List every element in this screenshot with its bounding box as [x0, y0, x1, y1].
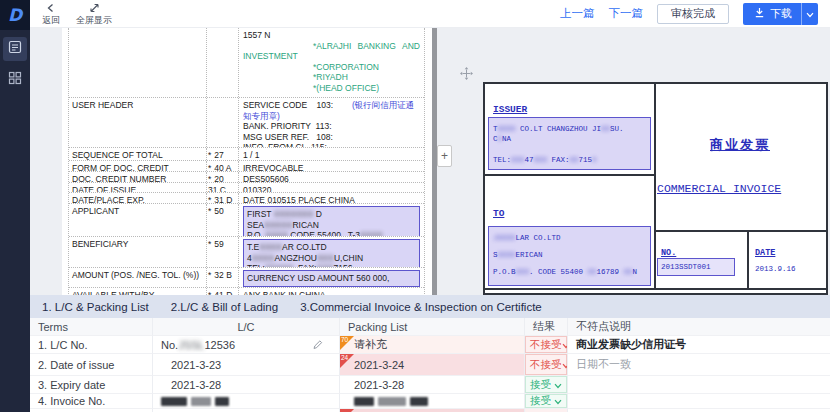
compare-result-cell: 接受: [525, 394, 568, 409]
result-label: 接受: [530, 394, 551, 408]
redacted-text: XXXX: [498, 125, 516, 133]
swift-line: *(HEAD OFFICE): [243, 83, 420, 94]
swift-line: IRREVOCABLE: [243, 163, 420, 172]
text-segment: ANGZHOU: [274, 253, 317, 263]
fullscreen-button[interactable]: 全屏显示: [76, 3, 112, 25]
invoice-grid-line: [485, 174, 654, 176]
app-logo[interactable]: D: [0, 0, 30, 30]
swift-field-code: *50: [206, 204, 239, 236]
sidebar-item-documents[interactable]: [3, 37, 27, 61]
compare-result-cell: 不接受: [525, 354, 568, 376]
swift-line: 010320: [243, 185, 420, 193]
next-article-link[interactable]: 下一篇: [609, 6, 644, 21]
result-select[interactable]: 不接受: [530, 358, 568, 372]
text-segment: 2021-3-24: [354, 359, 404, 371]
redacted-block: [354, 397, 374, 406]
redacted-text: JXXXX: [493, 234, 516, 242]
text-segment: D: [313, 209, 322, 219]
swift-field-label: FORM OF DOC. CREDIT: [69, 161, 206, 171]
swift-mandatory-mark: *: [208, 270, 211, 285]
highlight-annotation[interactable]: CURRENCY USD AMOUNT 560 000,: [243, 270, 420, 287]
swift-line: FIRST XXXXXXX D: [247, 209, 416, 220]
swift-line: *CORPORATION: [243, 62, 420, 73]
text-segment: 2021-3-28: [171, 379, 221, 391]
swift-tag-code: 31 C: [208, 185, 226, 190]
redacted-text: XX: [570, 156, 579, 164]
expand-plus-button[interactable]: +: [437, 145, 452, 167]
download-icon: [754, 7, 765, 20]
fullscreen-icon: [89, 3, 100, 15]
text-segment: *RIYADH: [313, 72, 348, 82]
swift-table: 1557 N*ALRAJHIBANKINGANDINVESTMENT*CORPO…: [68, 28, 425, 295]
invoice-no-text: 2013SSDT001: [661, 263, 711, 271]
text-segment: S: [493, 251, 498, 259]
swift-line: INVESTMENT: [243, 51, 420, 62]
review-complete-button[interactable]: 审核完成: [657, 4, 729, 24]
compare-term-cell: 1. L/C No.: [30, 336, 153, 354]
text-segment: AND: [402, 41, 420, 52]
prev-article-link[interactable]: 上一篇: [560, 6, 595, 21]
table-row: 1. L/C No.No. JSSL1253670请补充不接受商业发票缺少信用证…: [30, 336, 830, 354]
swift-field-code: *41 D: [206, 288, 239, 295]
text-segment: FIRST: [247, 209, 274, 219]
move-handle-icon[interactable]: [460, 66, 473, 84]
redacted-text: XXXX: [252, 253, 275, 263]
compare-result-cell: 接受: [525, 376, 568, 394]
highlight-annotation[interactable]: FIRST XXXXXXX DSEAXXXXXRICANP.O. XXXX CO…: [243, 206, 420, 237]
swift-line: MSG USER REF. 108:: [243, 132, 420, 143]
highlight-annotation[interactable]: T.EXXXXAR CO.LTD4XXXXANGZHOUXXXU,CHINTEL…: [243, 239, 420, 268]
text-segment: P.O.B: [493, 268, 516, 276]
redacted-text: XXX: [317, 253, 334, 263]
sidebar-item-apps[interactable]: [3, 68, 27, 92]
to-highlight-box[interactable]: JXXXXLAR CO.LTDSXXXXERICANP.O.BXXX. CODE…: [488, 226, 651, 286]
text-segment: 1557 N: [243, 30, 270, 40]
tab-commercial-invoice-inspection[interactable]: 3.Commercial Invoice & Inspection on Cer…: [300, 301, 542, 313]
swift-field-label: DOC. CREDIT NUMBER: [69, 172, 206, 182]
redacted-text: XXXX: [259, 242, 282, 252]
swift-tag-code: 40 A: [214, 163, 231, 169]
grid-icon: [8, 71, 22, 89]
swift-row: SEQUENCE OF TOTAL*271 / 1: [69, 148, 424, 161]
edit-pencil-icon[interactable]: [312, 339, 323, 350]
swift-row: AVAILABLE WITH/BY*41 DANY BANK IN CHINA: [69, 288, 424, 295]
result-select[interactable]: 接受: [530, 394, 562, 408]
swift-mandatory-mark: *: [208, 239, 211, 265]
swift-field-value: ANY BANK IN CHINA: [239, 288, 424, 295]
swift-line: T.EXXXXAR CO.LTD: [247, 242, 416, 253]
tab-lc-bill-of-lading[interactable]: 2.L/C & Bill of Lading: [171, 301, 278, 313]
invoice-no-value[interactable]: 2013SSDT001: [657, 258, 735, 276]
logo-letter: D: [8, 5, 22, 25]
text-segment: 47: [525, 156, 534, 164]
swift-line: *RIYADH: [243, 72, 420, 83]
discrepancy-note-cell: [568, 394, 830, 409]
redacted-text: XX: [588, 268, 597, 276]
result-label: 不接受: [530, 358, 562, 372]
swift-line: CURRENCY USD AMOUNT 560 000,: [247, 273, 416, 284]
invoice-line: TXXXX CO.LT CHANGZHOU JIXXSU. CXNA: [493, 124, 646, 144]
tab-bar: 1. L/C & Packing List 2.L/C & Bill of La…: [30, 295, 830, 318]
compare-panel: 1. L/C & Packing List 2.L/C & Bill of La…: [30, 295, 830, 412]
text-segment: SEA: [247, 220, 264, 230]
back-button[interactable]: 返回: [42, 3, 60, 25]
compare-packing-cell: 242021-3-24: [340, 354, 525, 376]
download-button[interactable]: 下载: [743, 3, 801, 25]
text-segment: 1 / 1: [243, 150, 260, 160]
text-segment: INVESTMENT: [243, 51, 298, 61]
compare-lc-cell: 2021-3-23: [153, 354, 340, 376]
download-dropdown[interactable]: [801, 3, 818, 25]
compare-term-cell: 4. Invoice No.: [30, 394, 153, 409]
swift-tag-code: 31 D: [214, 195, 232, 201]
issuer-highlight-box[interactable]: TXXXX CO.LT CHANGZHOU JIXXSU. CXNATEL:XX…: [488, 117, 651, 170]
discrepancy-note-cell: 商业发票缺少信用证号: [568, 336, 830, 354]
chevron-down-icon: [554, 379, 562, 391]
swift-field-value: T.EXXXXAR CO.LTD4XXXXANGZHOUXXXU,CHINTEL…: [239, 237, 424, 267]
text-segment: 2021-3-28: [354, 379, 404, 391]
result-select[interactable]: 接受: [530, 378, 562, 392]
invoice-title-cn: 商业发票: [654, 136, 826, 154]
tab-lc-packing-list[interactable]: 1. L/C & Packing List: [42, 301, 149, 313]
result-select[interactable]: 不接受: [530, 338, 568, 352]
compare-lc-cell: [153, 394, 340, 409]
text-segment: . CODE 55400: [529, 268, 588, 276]
redacted-text: XXXX: [360, 230, 383, 237]
swift-field-label: BENEFICIARY: [69, 237, 206, 267]
